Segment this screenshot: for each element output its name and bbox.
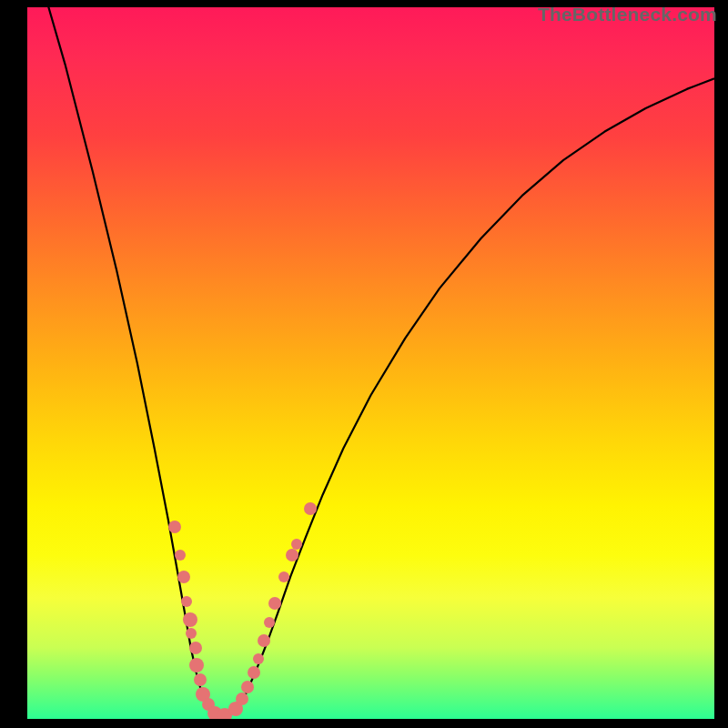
watermark-text: TheBottleneck.com [538, 4, 717, 25]
data-point [189, 642, 202, 654]
data-point [264, 617, 275, 628]
data-point [248, 666, 260, 679]
data-point [304, 502, 317, 515]
data-point [194, 673, 207, 686]
data-point [258, 634, 270, 647]
data-point [183, 612, 197, 627]
data-point [181, 596, 192, 607]
plot-area [27, 7, 714, 719]
data-point [278, 571, 289, 582]
data-point [236, 693, 248, 705]
data-point [189, 658, 204, 672]
data-point [268, 597, 281, 610]
data-point [241, 681, 254, 693]
data-point [253, 653, 264, 664]
data-point [286, 549, 298, 561]
data-point [291, 539, 302, 550]
chart-canvas: TheBottleneck.com [0, 0, 728, 728]
data-point [168, 521, 181, 533]
data-point [177, 571, 190, 583]
data-point [186, 628, 197, 639]
data-points-layer [27, 7, 714, 719]
data-point [175, 550, 186, 561]
